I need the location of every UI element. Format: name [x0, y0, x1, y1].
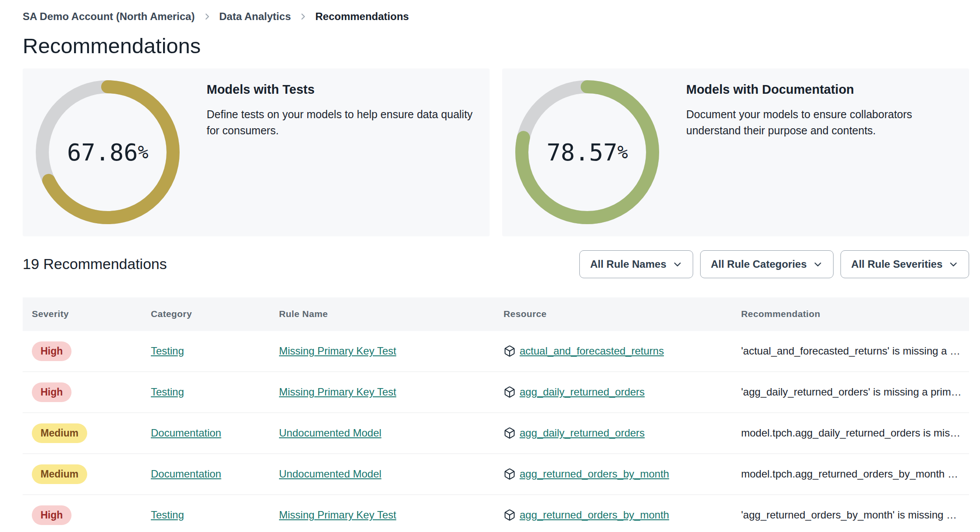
breadcrumb-project[interactable]: Data Analytics — [219, 10, 291, 23]
category-link[interactable]: Testing — [151, 345, 184, 357]
donut-value: 67.86 — [67, 139, 138, 166]
severity-badge: High — [32, 341, 71, 361]
model-cube-icon — [504, 386, 516, 398]
percent-sign: % — [138, 142, 148, 162]
card-text: Models with Tests Define tests on your m… — [207, 68, 476, 139]
recommendation-text: 'agg_returned_orders_by_month' is missin… — [732, 509, 969, 521]
table-row: High Testing Missing Primary Key Test ag… — [23, 372, 969, 413]
filter-label: All Rule Categories — [711, 258, 807, 270]
metric-card-models-with-tests: 67.86% Models with Tests Define tests on… — [23, 68, 490, 236]
recommendations-page: SA Demo Account (North America) Data Ana… — [0, 0, 980, 532]
filter-bar: All Rule Names All Rule Categories All R… — [579, 250, 969, 278]
resource-link[interactable]: agg_daily_returned_orders — [520, 427, 645, 439]
column-header-resource: Resource — [494, 309, 732, 319]
breadcrumb-current: Recommendations — [315, 10, 409, 23]
chevron-down-icon — [673, 259, 682, 269]
chevron-down-icon — [949, 259, 958, 269]
rule-name-link[interactable]: Missing Primary Key Test — [279, 345, 396, 357]
severity-badge: High — [32, 505, 71, 525]
table-row: High Testing Missing Primary Key Test ag… — [23, 495, 969, 532]
table-row: Medium Documentation Undocumented Model … — [23, 454, 969, 495]
resource-link[interactable]: actual_and_forecasted_returns — [520, 345, 664, 357]
breadcrumb: SA Demo Account (North America) Data Ana… — [23, 10, 969, 23]
model-cube-icon — [504, 427, 516, 439]
donut-chart-tests: 67.86% — [36, 80, 180, 224]
metric-card-models-with-documentation: 78.57% Models with Documentation Documen… — [502, 68, 969, 236]
recommendation-text: 'actual_and_forecasted_returns' is missi… — [732, 345, 969, 357]
model-cube-icon — [504, 509, 516, 521]
recommendation-text: model.tpch.agg_returned_orders_by_month … — [732, 468, 969, 480]
table-header-row: Severity Category Rule Name Resource Rec… — [23, 297, 969, 331]
chevron-down-icon — [813, 259, 823, 269]
table-row: Medium Documentation Undocumented Model … — [23, 413, 969, 454]
category-link[interactable]: Documentation — [151, 468, 221, 480]
page-title: Recommendations — [23, 34, 969, 58]
donut-chart-documentation: 78.57% — [515, 80, 659, 224]
card-title: Models with Documentation — [686, 82, 956, 97]
table-row: High Testing Missing Primary Key Test ac… — [23, 331, 969, 372]
resource-link[interactable]: agg_returned_orders_by_month — [520, 509, 669, 521]
card-title: Models with Tests — [207, 82, 476, 97]
rule-name-link[interactable]: Missing Primary Key Test — [279, 509, 396, 521]
metric-cards: 67.86% Models with Tests Define tests on… — [23, 68, 969, 236]
severity-badge: Medium — [32, 464, 87, 484]
filter-rule-severities-dropdown[interactable]: All Rule Severities — [840, 250, 969, 278]
recommendation-text: 'agg_daily_returned_orders' is missing a… — [732, 386, 969, 398]
column-header-rule-name: Rule Name — [270, 309, 494, 319]
recommendations-table: Severity Category Rule Name Resource Rec… — [23, 297, 969, 532]
card-text: Models with Documentation Document your … — [686, 68, 956, 139]
filter-rule-categories-dropdown[interactable]: All Rule Categories — [700, 250, 834, 278]
filter-label: All Rule Names — [590, 258, 667, 270]
donut-percentage: 67.86% — [36, 80, 180, 224]
severity-badge: High — [32, 382, 71, 402]
category-link[interactable]: Testing — [151, 509, 184, 521]
resource-link[interactable]: agg_daily_returned_orders — [520, 386, 645, 398]
list-header: 19 Recommendations All Rule Names All Ru… — [23, 250, 969, 278]
rule-name-link[interactable]: Undocumented Model — [279, 427, 381, 439]
model-cube-icon — [504, 345, 516, 357]
card-description: Define tests on your models to help ensu… — [207, 106, 476, 139]
donut-percentage: 78.57% — [515, 80, 659, 224]
column-header-category: Category — [142, 309, 270, 319]
chevron-right-icon — [299, 12, 307, 21]
recommendations-count-title: 19 Recommendations — [23, 256, 167, 273]
severity-badge: Medium — [32, 423, 87, 443]
rule-name-link[interactable]: Undocumented Model — [279, 468, 381, 480]
recommendation-text: model.tpch.agg_daily_returned_orders is … — [732, 427, 969, 439]
percent-sign: % — [617, 142, 628, 162]
donut-value: 78.57 — [547, 139, 618, 166]
category-link[interactable]: Documentation — [151, 427, 221, 439]
rule-name-link[interactable]: Missing Primary Key Test — [279, 386, 396, 398]
resource-link[interactable]: agg_returned_orders_by_month — [520, 468, 669, 480]
chevron-right-icon — [203, 12, 211, 21]
category-link[interactable]: Testing — [151, 386, 184, 398]
filter-label: All Rule Severities — [851, 258, 943, 270]
column-header-severity: Severity — [23, 309, 142, 319]
column-header-recommendation: Recommendation — [732, 309, 969, 319]
breadcrumb-account[interactable]: SA Demo Account (North America) — [23, 10, 195, 23]
card-description: Document your models to ensure collabora… — [686, 106, 956, 139]
filter-rule-names-dropdown[interactable]: All Rule Names — [579, 250, 693, 278]
model-cube-icon — [504, 468, 516, 480]
